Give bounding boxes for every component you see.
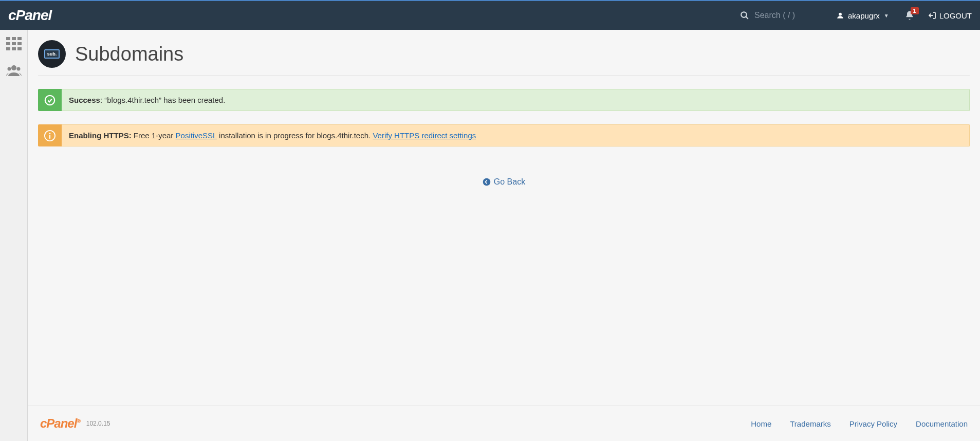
svg-point-13 — [11, 65, 16, 70]
go-back-label: Go Back — [494, 177, 525, 187]
username-label: akapugrx — [848, 11, 880, 20]
footer-docs-link[interactable]: Documentation — [916, 419, 968, 428]
footer-cpanel-logo[interactable]: cPanel® — [40, 416, 80, 431]
info-text-mid: installation is in progress for blogs.4t… — [217, 131, 373, 140]
svg-rect-19 — [49, 135, 50, 138]
svg-rect-6 — [17, 37, 22, 40]
notification-badge: 1 — [911, 7, 919, 14]
footer: cPanel® 102.0.15 Home Trademarks Privacy… — [28, 406, 980, 441]
svg-rect-8 — [12, 42, 16, 45]
svg-line-1 — [746, 16, 748, 19]
users-icon[interactable] — [6, 65, 22, 76]
svg-rect-4 — [6, 37, 10, 40]
svg-point-16 — [45, 95, 54, 104]
verify-https-link[interactable]: Verify HTTPS redirect settings — [373, 131, 476, 140]
go-back-container: Go Back — [38, 177, 970, 188]
search-input[interactable] — [754, 11, 816, 20]
version-label: 102.0.15 — [86, 420, 110, 427]
info-text-before: Free 1-year — [132, 131, 176, 140]
user-icon — [837, 12, 844, 19]
positivessl-link[interactable]: PositiveSSL — [176, 131, 217, 140]
page-header: sub. Subdomains — [38, 36, 970, 76]
svg-point-14 — [7, 67, 11, 71]
success-message: : “blogs.4thir.tech” has been created. — [100, 96, 225, 104]
svg-rect-10 — [6, 47, 10, 50]
footer-trademarks-link[interactable]: Trademarks — [790, 419, 830, 428]
svg-rect-9 — [17, 42, 22, 45]
svg-point-0 — [741, 12, 747, 17]
top-navigation-bar: cPanel akapugrx ▼ 1 LOGOUT — [0, 1, 980, 30]
arrow-left-circle-icon — [483, 178, 491, 186]
search-container — [740, 11, 816, 20]
search-icon[interactable] — [740, 11, 749, 20]
info-circle-icon — [44, 130, 56, 141]
svg-point-18 — [49, 133, 51, 134]
check-circle-icon — [44, 95, 56, 106]
success-label: Success — [69, 96, 100, 104]
info-alert: Enabling HTTPS: Free 1-year PositiveSSL … — [38, 124, 970, 146]
svg-rect-5 — [12, 37, 16, 40]
footer-privacy-link[interactable]: Privacy Policy — [849, 419, 897, 428]
svg-point-15 — [16, 67, 20, 71]
footer-home-link[interactable]: Home — [751, 419, 771, 428]
svg-rect-7 — [6, 42, 10, 45]
go-back-link[interactable]: Go Back — [483, 177, 525, 187]
logout-button[interactable]: LOGOUT — [928, 11, 972, 20]
svg-point-20 — [483, 178, 490, 186]
apps-grid-icon[interactable] — [6, 37, 22, 50]
info-label: Enabling HTTPS: — [69, 131, 132, 140]
svg-rect-12 — [17, 47, 22, 50]
svg-point-2 — [839, 13, 842, 16]
chevron-down-icon: ▼ — [884, 13, 889, 19]
success-alert: Success: “blogs.4thir.tech” has been cre… — [38, 89, 970, 111]
notifications-button[interactable]: 1 — [904, 10, 915, 21]
user-menu[interactable]: akapugrx ▼ — [837, 11, 889, 20]
cpanel-logo[interactable]: cPanel — [8, 7, 51, 24]
page-title: Subdomains — [75, 43, 183, 65]
svg-rect-11 — [12, 47, 16, 50]
logout-label: LOGOUT — [939, 11, 972, 20]
subdomains-icon: sub. — [38, 40, 66, 68]
left-sidebar — [0, 30, 28, 441]
